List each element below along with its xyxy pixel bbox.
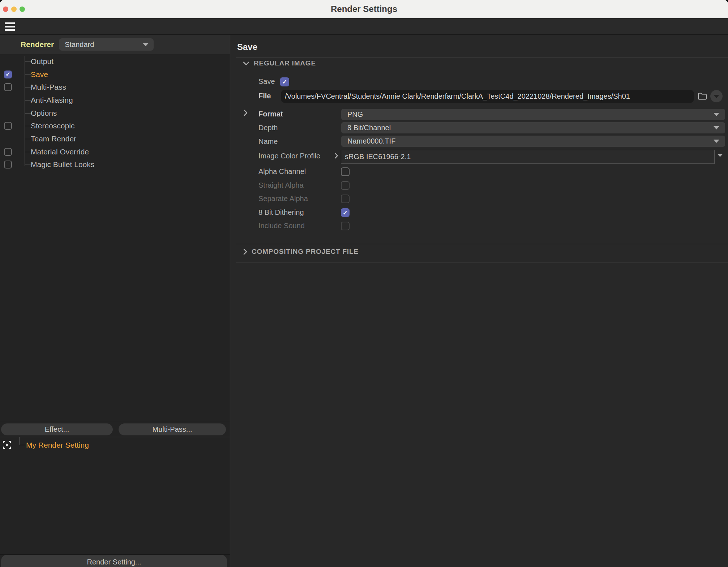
render-settings-tree: Output Save Multi-Pass Anti-Aliasing [0, 54, 230, 171]
straight-alpha-label: Straight Alpha [258, 181, 304, 189]
tree-line [25, 126, 31, 126]
multi-pass-enable-checkbox[interactable] [4, 83, 12, 91]
renderer-label: Renderer [21, 40, 54, 49]
include-sound-label: Include Sound [258, 222, 305, 230]
sidebar-item-material-override[interactable]: Material Override [0, 145, 230, 158]
effect-button[interactable]: Effect... [1, 423, 113, 435]
tree-line [25, 152, 31, 152]
bit-dithering-label: 8 Bit Dithering [258, 208, 304, 217]
tree-line [25, 139, 31, 139]
divider [0, 422, 230, 422]
divider [236, 263, 728, 263]
menu-toolbar [0, 18, 728, 35]
sidebar-item-label: Output [31, 57, 53, 66]
image-color-profile-field[interactable]: sRGB IEC61966-2.1 [341, 150, 715, 164]
sidebar-item-label: Options [31, 109, 57, 118]
close-button[interactable] [3, 7, 8, 12]
preset-item-my-render-setting[interactable]: My Render Setting [26, 441, 89, 449]
divider [0, 437, 230, 437]
image-color-profile-label: Image Color Profile [258, 152, 320, 160]
tree-line [25, 87, 31, 88]
save-checkbox[interactable] [280, 77, 289, 86]
alpha-channel-label: Alpha Channel [258, 167, 306, 176]
material-override-enable-checkbox[interactable] [4, 148, 12, 156]
sidebar-item-anti-aliasing[interactable]: Anti-Aliasing [0, 94, 230, 107]
bit-dithering-checkbox[interactable] [341, 208, 350, 217]
multi-pass-button[interactable]: Multi-Pass... [119, 423, 226, 435]
renderer-dropdown[interactable]: Standard [59, 38, 154, 51]
section-compositing-project-file[interactable]: COMPOSITING PROJECT FILE [243, 248, 359, 256]
alpha-channel-checkbox[interactable] [341, 167, 350, 176]
sidebar-item-label: Save [31, 70, 48, 79]
sidebar-item-label: Stereoscopic [31, 122, 74, 130]
tree-line [25, 74, 31, 75]
tree-line [25, 61, 31, 62]
tree-line [25, 100, 31, 101]
chevron-down-icon [714, 140, 719, 143]
sidebar-item-team-render[interactable]: Team Render [0, 132, 230, 145]
sidebar-item-save[interactable]: Save [0, 68, 230, 81]
titlebar: Render Settings [0, 0, 728, 18]
render-setting-icon [3, 441, 11, 449]
browse-folder-button[interactable] [697, 91, 708, 102]
image-color-profile-dropdown-arrow[interactable] [717, 154, 723, 157]
folder-icon [697, 91, 708, 102]
sidebar-item-label: Material Override [31, 148, 89, 156]
stereoscopic-enable-checkbox[interactable] [4, 122, 12, 130]
sidebar: Renderer Standard Output Save [0, 35, 230, 567]
renderer-header: Renderer Standard [0, 35, 230, 54]
sidebar-item-stereoscopic[interactable]: Stereoscopic [0, 119, 230, 132]
separate-alpha-label: Separate Alpha [258, 195, 308, 203]
save-enable-checkbox[interactable] [4, 71, 12, 78]
include-sound-checkbox [341, 222, 350, 230]
name-format-value: Name0000.TIF [347, 137, 395, 145]
divider [236, 244, 728, 244]
render-settings-window: Render Settings Renderer Standard Output [0, 0, 728, 567]
section-regular-image[interactable]: REGULAR IMAGE [243, 59, 316, 67]
renderer-dropdown-value: Standard [65, 40, 94, 49]
sidebar-item-multi-pass[interactable]: Multi-Pass [0, 81, 230, 94]
section-label: COMPOSITING PROJECT FILE [252, 248, 359, 256]
sidebar-item-options[interactable]: Options [0, 107, 230, 120]
file-path-input[interactable] [281, 90, 694, 103]
sidebar-item-label: Magic Bullet Looks [31, 160, 94, 169]
minimize-button[interactable] [11, 7, 17, 12]
traffic-lights [3, 0, 25, 18]
page-title: Save [237, 42, 257, 52]
tree-line [25, 165, 31, 165]
tree-line [25, 113, 31, 114]
zoom-button[interactable] [20, 7, 25, 12]
format-label: Format [258, 110, 283, 118]
depth-value: 8 Bit/Channel [347, 124, 391, 132]
file-label: File [258, 92, 271, 100]
depth-dropdown[interactable]: 8 Bit/Channel [341, 122, 725, 133]
sidebar-item-output[interactable]: Output [0, 55, 230, 68]
save-label: Save [258, 77, 275, 86]
sidebar-item-label: Team Render [31, 135, 76, 143]
hamburger-menu-icon[interactable] [5, 22, 15, 31]
name-label: Name [258, 137, 278, 146]
sidebar-item-magic-bullet-looks[interactable]: Magic Bullet Looks [0, 158, 230, 171]
chevron-down-icon [714, 95, 719, 98]
chevron-down-icon [714, 113, 719, 116]
section-label: REGULAR IMAGE [254, 59, 316, 67]
window-title: Render Settings [331, 4, 397, 14]
separate-alpha-checkbox [341, 195, 350, 203]
image-color-profile-value: sRGB IEC61966-2.1 [345, 153, 411, 161]
divider [236, 57, 728, 57]
name-format-dropdown[interactable]: Name0000.TIF [341, 136, 725, 147]
format-expand-chevron-icon[interactable] [243, 110, 248, 116]
file-history-dropdown-button[interactable] [710, 90, 723, 102]
magic-bullet-looks-enable-checkbox[interactable] [4, 161, 12, 169]
sidebar-item-label: Multi-Pass [31, 83, 66, 91]
render-setting-button[interactable]: Render Setting... [1, 555, 227, 567]
depth-label: Depth [258, 124, 278, 132]
profile-expand-chevron-icon[interactable] [334, 153, 338, 159]
chevron-right-icon [243, 248, 247, 255]
straight-alpha-checkbox [341, 181, 350, 190]
tree-line [19, 437, 25, 445]
format-dropdown[interactable]: PNG [341, 109, 725, 120]
save-settings-panel: Save REGULAR IMAGE Save File For [230, 35, 728, 567]
chevron-down-icon [143, 43, 149, 46]
sidebar-item-label: Anti-Aliasing [31, 96, 73, 105]
